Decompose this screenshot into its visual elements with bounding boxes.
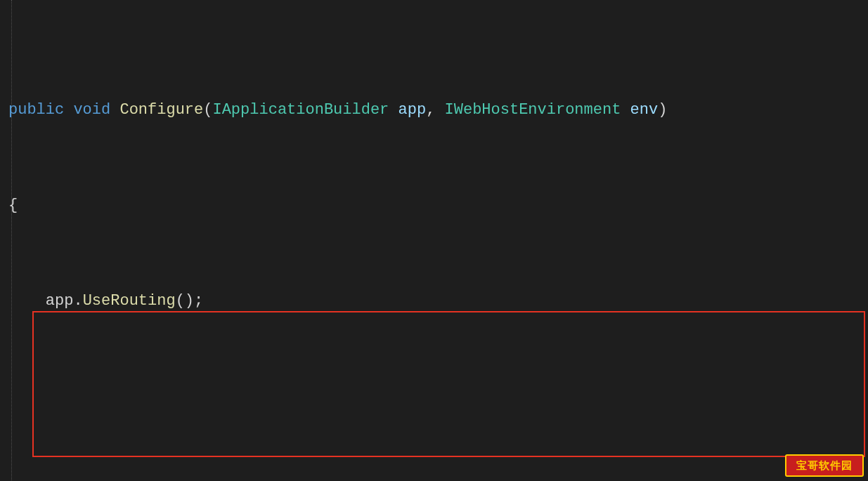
code-line [3, 385, 868, 409]
indent-guide [11, 0, 12, 481]
watermark-badge: 宝哥软件园 [785, 454, 864, 477]
code-editor[interactable]: public void Configure(IApplicationBuilde… [0, 0, 868, 481]
highlight-rectangle [32, 311, 865, 457]
code-line: app.UseRouting(); [3, 289, 868, 313]
code-line: public void Configure(IApplicationBuilde… [3, 98, 868, 122]
code-line: { [3, 194, 868, 218]
